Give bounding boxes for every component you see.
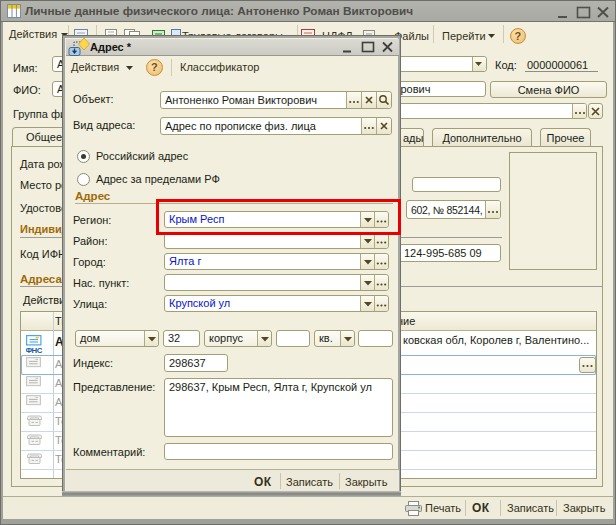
svg-text:ФНС: ФНС: [26, 346, 43, 354]
